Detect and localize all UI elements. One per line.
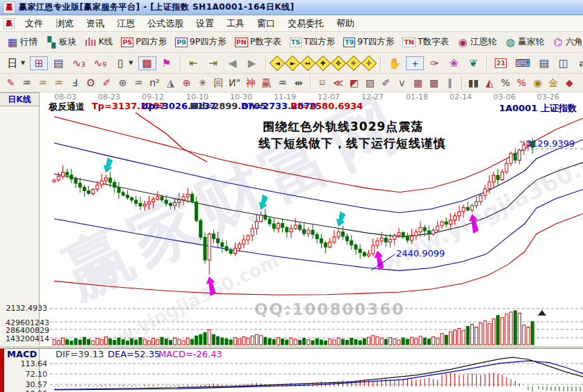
zoom-in-button[interactable]: ✚ [315, 55, 331, 71]
menu-item[interactable]: 浏览 [49, 16, 80, 31]
gann-wheel-button[interactable]: ◉江恩轮 [454, 35, 500, 49]
n-square-tool[interactable]: n² [147, 75, 162, 90]
price-ruler-tool[interactable]: Ⅎ [67, 75, 82, 90]
percent-loss-tool[interactable]: ◭ [482, 75, 497, 90]
volume-triangle-marker [538, 310, 546, 316]
menu-item[interactable]: 工具 [220, 16, 251, 31]
crosshair-button[interactable]: ＋ [406, 56, 424, 70]
winner-wheel-button[interactable]: ◍赢家轮 [502, 35, 548, 49]
menu-item[interactable]: 文件 [19, 16, 49, 31]
square-target-tool[interactable]: 回 [211, 75, 226, 90]
adjust-tool[interactable]: ◆ [562, 75, 577, 90]
calendar-button[interactable]: 21 [491, 57, 510, 70]
line-draw-tool[interactable]: ✐ [379, 75, 393, 90]
pan-right-button[interactable]: ► [284, 55, 300, 71]
brain-tool-button[interactable]: ❦ [464, 56, 482, 70]
compress-button[interactable]: ✛ [345, 55, 361, 71]
next-bar-button[interactable]: ▶ [243, 56, 261, 70]
first-bar-button[interactable]: ⇤ [185, 56, 203, 70]
info-panel-button[interactable]: ▤ [49, 56, 67, 70]
quotes-button[interactable]: ▦行情 [3, 35, 41, 49]
candle-body [329, 242, 331, 247]
menu-item[interactable]: 帮助 [330, 16, 361, 31]
p9-badge-icon: P9 [175, 38, 188, 47]
calculator-button[interactable]: ⌨ [511, 56, 534, 70]
golden-circle-tool[interactable]: ◉ [530, 75, 545, 90]
fine-grid-tool[interactable]: ♒ [131, 75, 146, 90]
mark-tool-button[interactable]: ✑ [425, 56, 443, 70]
last-bar-button[interactable]: ⇥ [204, 56, 222, 70]
angle-tool[interactable]: ◮ [163, 75, 178, 90]
spiral-tool[interactable]: ʘ [83, 75, 98, 90]
rotate-grid-tool[interactable]: ▨ [363, 75, 377, 90]
fan-shade-tool[interactable]: ◩ [347, 75, 361, 90]
v-shape-tool[interactable]: ⅴ [395, 75, 409, 90]
p9-square-button[interactable]: P99P四方形 [172, 35, 230, 49]
menu-item[interactable]: 交易委托 [281, 16, 330, 31]
period-day-dropdown[interactable]: 日▼ [3, 56, 28, 70]
candle-body [186, 194, 189, 197]
expand-horizontal-button[interactable]: ↔ [299, 55, 315, 71]
circle-target-tool[interactable]: ⊕ [179, 75, 194, 90]
channel-line-Bt [54, 214, 583, 295]
gold-grid-tool-2[interactable]: ♒ [51, 75, 66, 90]
fit-view-button[interactable]: ✢ [361, 55, 377, 71]
circle-ruler-tool[interactable]: ⊛ [115, 75, 130, 90]
shen-tool[interactable]: 神 [243, 75, 258, 90]
shape-tool-button[interactable]: ❀ [445, 56, 463, 70]
p-table-button[interactable]: PNP数字表 [231, 35, 285, 49]
menu-item[interactable]: 公式选股 [141, 16, 190, 31]
prev-bar-button[interactable]: ◀ [224, 56, 242, 70]
candle-body [497, 175, 500, 179]
volume-bar [329, 339, 331, 345]
time-ruler-tool[interactable]: ♒ [275, 75, 290, 90]
t9-square-button[interactable]: T99T四方形 [340, 35, 397, 49]
kline-button[interactable]: ılııK线 [81, 35, 116, 49]
menu-item[interactable]: 窗口 [251, 16, 281, 31]
red-pencil-grid-tool[interactable]: ✐ [99, 75, 114, 90]
sync-button[interactable]: ⇄ [574, 56, 583, 70]
tab-daily-kline[interactable]: 日K线 [0, 92, 40, 106]
gann-frame-button[interactable]: ▩ [138, 56, 156, 70]
notebook-button[interactable]: ▤ [535, 56, 553, 70]
menu-item[interactable]: 江恩 [110, 16, 141, 31]
volume-profile-tool[interactable]: ▮▮ [466, 75, 481, 90]
zoom-out-button[interactable]: ✜ [330, 55, 346, 71]
gann-grid-tool[interactable]: ♒ [19, 75, 34, 90]
menu-item[interactable]: 设置 [190, 16, 220, 31]
multi-chart-button[interactable]: ⊞ [30, 56, 48, 70]
wave-9-button[interactable]: ∿₉ [90, 56, 110, 70]
candle-body [57, 177, 60, 180]
grid-b-tool[interactable]: ▩ [427, 75, 441, 90]
sectors-button[interactable]: ▚板块 [42, 35, 80, 49]
ying-tool[interactable]: 赢 [259, 75, 274, 90]
save-button[interactable]: ◫ [555, 56, 573, 70]
trend-mark-tool[interactable]: И" [227, 75, 242, 90]
chart-area[interactable]: 日K线 赢家财富网 www.yingjia360.com www.yingjia… [0, 92, 583, 392]
volume-bar [325, 341, 327, 345]
single-kline-dropdown[interactable]: ▯▼ [111, 56, 136, 70]
gold-grid-tool-1[interactable]: ♒ [35, 75, 50, 90]
wave-3-button[interactable]: ∿₃ [69, 56, 89, 70]
star-target-tool[interactable]: ✳ [195, 75, 210, 90]
frame-tool[interactable]: ⌑ [315, 75, 329, 90]
color-chart-button[interactable]: ⚑ [158, 56, 176, 70]
fan-rays-tool[interactable]: ≪ [331, 75, 345, 90]
t-square-button[interactable]: TST四方形 [286, 35, 338, 49]
span-ruler-tool[interactable]: ⇹ [291, 75, 306, 90]
percent-tool[interactable]: % [498, 75, 513, 90]
pan-left-button[interactable]: ◄ [269, 55, 285, 71]
parallel-lines-tool[interactable]: ∥ [443, 75, 457, 90]
t-table-button[interactable]: TNT数字表 [399, 35, 452, 49]
pencil-tool[interactable]: ✎ [3, 75, 18, 90]
volume-bar [419, 336, 422, 345]
volume-bar [83, 337, 85, 345]
menu-item[interactable]: 资讯 [80, 16, 110, 31]
percent-line-tool[interactable]: % [514, 75, 529, 90]
grid-a-tool[interactable]: ▦ [411, 75, 425, 90]
candle-body [315, 234, 318, 238]
hexagon-button[interactable]: ⌬六角形 [549, 35, 583, 49]
p-square-button[interactable]: PSP四方形 [117, 35, 170, 49]
drag-hand-button[interactable]: ✋ [385, 56, 405, 70]
golden-line-tool[interactable]: 金 [546, 75, 561, 90]
